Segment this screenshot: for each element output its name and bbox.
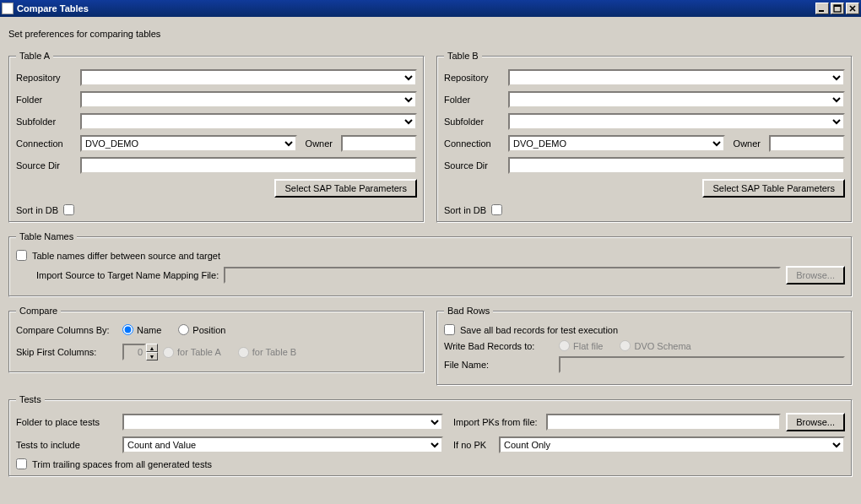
table-b-connection-select[interactable]: DVO_DEMO	[508, 135, 725, 152]
import-pks-label: Import PKs from file:	[448, 417, 541, 427]
table-a-sourcedir-label: Source Dir	[16, 160, 75, 171]
instructions-text: Set preferences for comparing tables	[8, 29, 853, 39]
table-names-differ-label: Table names differ between source and ta…	[32, 251, 220, 261]
skip-table-b-radio: for Table B	[238, 347, 296, 358]
table-b-legend: Table B	[444, 51, 482, 61]
table-a-folder-label: Folder	[16, 95, 75, 105]
table-b-owner-input[interactable]	[769, 135, 845, 152]
titlebar: Compare Tables	[0, 0, 861, 17]
save-bad-records-label: Save all bad records for test execution	[460, 325, 618, 335]
trim-trailing-spaces-checkbox[interactable]	[16, 458, 27, 469]
table-a-owner-label: Owner	[302, 138, 336, 149]
table-a-repository-label: Repository	[16, 73, 75, 83]
table-a-subfolder-select[interactable]	[80, 113, 417, 130]
compare-group: Compare Compare Columns By: Name Positio…	[8, 306, 425, 373]
window-icon	[2, 3, 14, 14]
table-a-connection-label: Connection	[16, 138, 75, 149]
table-b-sourcedir-label: Source Dir	[444, 160, 503, 171]
bad-rows-filename-input	[559, 356, 845, 373]
table-a-connection-select[interactable]: DVO_DEMO	[80, 135, 297, 152]
tests-include-select[interactable]: Count and Value	[122, 436, 443, 453]
tests-folder-select[interactable]	[122, 414, 443, 431]
table-b-repository-label: Repository	[444, 73, 503, 83]
compare-by-position-radio[interactable]: Position	[178, 324, 225, 335]
write-bad-records-label: Write Bad Records to:	[444, 341, 554, 351]
if-no-pk-label: If no PK	[448, 440, 494, 450]
table-b-sortdb-checkbox[interactable]	[491, 204, 502, 215]
table-b-group: Table B Repository Folder Subfolder Conn…	[436, 51, 853, 223]
mapping-browse-button: Browse...	[786, 266, 845, 285]
table-a-repository-select[interactable]	[80, 69, 417, 86]
skip-first-columns-spinner[interactable]: ▲▼	[122, 344, 158, 360]
if-no-pk-select[interactable]: Count Only	[499, 436, 845, 453]
table-names-differ-checkbox[interactable]	[16, 250, 27, 261]
svg-rect-2	[834, 5, 841, 7]
svg-rect-0	[819, 10, 824, 12]
skip-table-a-radio: for Table A	[163, 347, 221, 358]
table-a-subfolder-label: Subfolder	[16, 117, 75, 127]
table-a-owner-input[interactable]	[341, 135, 417, 152]
compare-legend: Compare	[16, 306, 61, 316]
window-title: Compare Tables	[17, 3, 89, 14]
chevron-down-icon[interactable]: ▼	[146, 352, 158, 360]
table-b-folder-select[interactable]	[508, 91, 845, 108]
maximize-button[interactable]	[831, 3, 844, 14]
table-b-sourcedir-input[interactable]	[508, 157, 845, 174]
table-a-folder-select[interactable]	[80, 91, 417, 108]
trim-trailing-spaces-label: Trim trailing spaces from all generated …	[32, 459, 212, 469]
tests-include-label: Tests to include	[16, 440, 117, 450]
compare-columns-by-label: Compare Columns By:	[16, 325, 117, 335]
tests-legend: Tests	[16, 394, 45, 404]
table-b-repository-select[interactable]	[508, 69, 845, 86]
close-button[interactable]	[846, 3, 859, 14]
table-names-group: Table Names Table names differ between s…	[8, 231, 853, 297]
bad-rows-legend: Bad Rows	[444, 306, 493, 316]
mapping-file-input	[224, 267, 781, 284]
table-a-sourcedir-input[interactable]	[80, 157, 417, 174]
table-b-sap-button[interactable]: Select SAP Table Parameters	[702, 179, 845, 198]
tests-folder-label: Folder to place tests	[16, 417, 117, 427]
tests-group: Tests Folder to place tests Import PKs f…	[8, 394, 853, 477]
minimize-button[interactable]	[815, 3, 829, 14]
save-bad-records-checkbox[interactable]	[444, 324, 455, 335]
table-b-folder-label: Folder	[444, 95, 503, 105]
compare-by-name-radio[interactable]: Name	[122, 324, 161, 335]
table-b-subfolder-label: Subfolder	[444, 117, 503, 127]
skip-first-columns-label: Skip First Columns:	[16, 347, 117, 357]
tests-browse-button[interactable]: Browse...	[786, 413, 845, 431]
import-pks-input[interactable]	[546, 414, 781, 431]
table-b-owner-label: Owner	[730, 138, 764, 149]
table-a-group: Table A Repository Folder Subfolder Conn…	[8, 51, 425, 223]
table-a-legend: Table A	[16, 51, 53, 61]
mapping-file-label: Import Source to Target Name Mapping Fil…	[36, 270, 219, 280]
write-dvo-schema-radio: DVO Schema	[620, 340, 690, 351]
table-a-sortdb-checkbox[interactable]	[63, 204, 74, 215]
table-b-connection-label: Connection	[444, 138, 503, 149]
bad-rows-group: Bad Rows Save all bad records for test e…	[436, 306, 853, 386]
chevron-up-icon[interactable]: ▲	[146, 344, 158, 352]
table-b-sortdb-label: Sort in DB	[444, 205, 486, 215]
table-b-subfolder-select[interactable]	[508, 113, 845, 130]
write-flat-file-radio: Flat file	[559, 340, 603, 351]
table-a-sap-button[interactable]: Select SAP Table Parameters	[274, 179, 417, 198]
table-names-legend: Table Names	[16, 231, 77, 241]
bad-rows-filename-label: File Name:	[444, 360, 554, 370]
table-a-sortdb-label: Sort in DB	[16, 205, 58, 215]
